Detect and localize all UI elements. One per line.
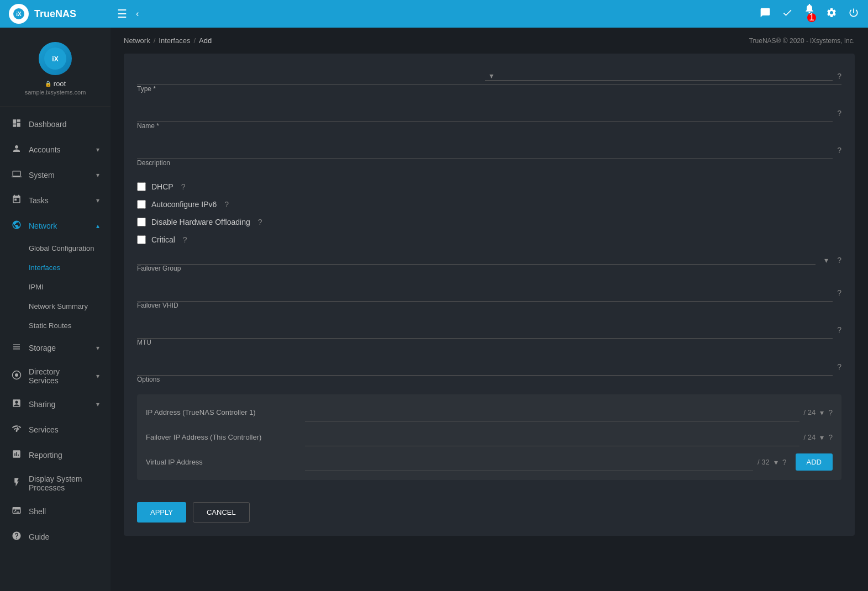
- failover-ip-label: Failover IP Address (This Controller): [146, 433, 301, 441]
- breadcrumb: Network / Interfaces / Add TrueNAS® © 20…: [111, 28, 868, 54]
- back-icon[interactable]: ‹: [136, 9, 139, 19]
- virtual-ip-label: Virtual IP Address: [146, 458, 301, 466]
- logo-area: iX TrueNAS: [9, 4, 108, 24]
- svg-text:iX: iX: [16, 11, 22, 17]
- settings-icon[interactable]: [826, 7, 837, 21]
- name-label: Name *: [137, 122, 841, 130]
- svg-text:iX: iX: [52, 55, 58, 63]
- sidebar-item-ipmi[interactable]: IPMI: [0, 277, 111, 297]
- name-help-icon[interactable]: ?: [837, 109, 841, 118]
- failover-group-help-icon[interactable]: ?: [837, 256, 841, 265]
- breadcrumb-network[interactable]: Network: [124, 36, 150, 45]
- sidebar-item-label: Display System Processes: [29, 474, 99, 492]
- ip-address-row: IP Address (TrueNAS Controller 1) / 24 ▾…: [146, 403, 833, 421]
- sidebar-item-accounts[interactable]: Accounts ▾: [0, 137, 111, 162]
- chevron-down-icon: ▾: [96, 400, 99, 408]
- failover-ip-input[interactable]: [305, 428, 799, 446]
- sidebar-item-reporting[interactable]: Reporting: [0, 442, 111, 468]
- critical-checkbox[interactable]: [137, 235, 146, 244]
- dhcp-help-icon[interactable]: ?: [181, 182, 186, 191]
- dhcp-checkbox[interactable]: [137, 182, 146, 191]
- ip-address-label: IP Address (TrueNAS Controller 1): [146, 408, 301, 416]
- failover-vhid-help-icon[interactable]: ?: [837, 288, 841, 297]
- failover-group-dropdown-icon[interactable]: ▾: [820, 256, 833, 265]
- storage-icon: [11, 342, 22, 354]
- critical-field[interactable]: Critical ?: [137, 231, 841, 249]
- autoconfigure-ipv6-field[interactable]: Autoconfigure IPv6 ?: [137, 196, 841, 213]
- sidebar-item-storage[interactable]: Storage ▾: [0, 335, 111, 361]
- ip-cidr-dropdown-3[interactable]: ▾: [774, 458, 778, 467]
- autoconfigure-ipv6-checkbox[interactable]: [137, 200, 146, 209]
- sidebar-item-display-system-processes[interactable]: Display System Processes: [0, 468, 111, 499]
- virtual-ip-input[interactable]: [305, 453, 753, 471]
- sidebar-item-directory-services[interactable]: Directory Services ▾: [0, 361, 111, 392]
- feedback-icon[interactable]: [760, 7, 771, 21]
- notifications-icon[interactable]: 1: [804, 3, 815, 25]
- autoconfigure-ipv6-help-icon[interactable]: ?: [224, 200, 229, 209]
- avatar: iX: [39, 42, 72, 75]
- description-help-icon[interactable]: ?: [837, 146, 841, 155]
- sidebar-item-interfaces[interactable]: Interfaces: [0, 258, 111, 277]
- user-area: iX 🔒 root sample.ixsystems.com: [0, 33, 111, 107]
- ip-help-icon-1[interactable]: ?: [828, 408, 833, 417]
- mtu-help-icon[interactable]: ?: [837, 325, 841, 334]
- tasks-icon[interactable]: [782, 7, 793, 21]
- type-help-icon[interactable]: ?: [837, 72, 841, 81]
- disable-hw-offloading-help-icon[interactable]: ?: [258, 218, 262, 226]
- sidebar-item-system[interactable]: System ▾: [0, 162, 111, 188]
- breadcrumb-interfaces[interactable]: Interfaces: [159, 36, 190, 45]
- sidebar-item-dashboard[interactable]: Dashboard: [0, 112, 111, 137]
- options-input[interactable]: [137, 357, 833, 376]
- critical-label: Critical: [151, 235, 175, 244]
- dhcp-field[interactable]: DHCP ?: [137, 178, 841, 196]
- failover-group-field: ▾ ? Failover Group: [137, 255, 841, 272]
- power-icon[interactable]: [848, 7, 859, 21]
- cancel-button[interactable]: CANCEL: [193, 502, 250, 523]
- type-select[interactable]: [137, 67, 481, 85]
- ip-cidr-dropdown-1[interactable]: ▾: [820, 408, 824, 417]
- directory-services-icon: [11, 370, 22, 382]
- user-host: sample.ixsystems.com: [0, 89, 111, 96]
- services-icon: [11, 424, 22, 436]
- mtu-input[interactable]: [137, 320, 833, 339]
- disable-hw-offloading-checkbox[interactable]: [137, 218, 146, 226]
- sidebar-item-label: Shell: [29, 507, 99, 516]
- type-field: ▾ ? Type *: [137, 67, 841, 93]
- type-dropdown-icon[interactable]: ▾: [485, 71, 833, 81]
- name-input[interactable]: [137, 104, 833, 122]
- failover-group-select[interactable]: [137, 255, 816, 265]
- sidebar-item-static-routes[interactable]: Static Routes: [0, 316, 111, 335]
- apply-button[interactable]: APPLY: [137, 502, 186, 523]
- sidebar-item-shell[interactable]: Shell: [0, 499, 111, 524]
- sidebar: iX 🔒 root sample.ixsystems.com Dashboard…: [0, 28, 111, 591]
- sidebar-item-network-summary[interactable]: Network Summary: [0, 297, 111, 316]
- ip-help-icon-2[interactable]: ?: [828, 433, 833, 442]
- sidebar-item-tasks[interactable]: Tasks ▾: [0, 188, 111, 213]
- ip-help-icon-3[interactable]: ?: [782, 458, 787, 467]
- failover-vhid-input[interactable]: [137, 283, 833, 302]
- hamburger-icon[interactable]: ☰: [117, 7, 127, 20]
- mtu-field: ? MTU: [137, 320, 841, 346]
- disable-hw-offloading-field[interactable]: Disable Hardware Offloading ?: [137, 213, 841, 231]
- disable-hw-offloading-label: Disable Hardware Offloading: [151, 218, 250, 226]
- add-ip-button[interactable]: ADD: [796, 453, 833, 471]
- options-field: ? Options: [137, 357, 841, 383]
- sidebar-item-guide[interactable]: Guide: [0, 524, 111, 550]
- sidebar-item-sharing[interactable]: Sharing ▾: [0, 392, 111, 417]
- critical-help-icon[interactable]: ?: [183, 235, 187, 244]
- tasks-nav-icon: [11, 194, 22, 207]
- chevron-down-icon: ▾: [96, 146, 99, 154]
- options-help-icon[interactable]: ?: [837, 362, 841, 371]
- shell-icon: [11, 505, 22, 518]
- description-label: Description: [137, 159, 841, 167]
- options-label: Options: [137, 376, 841, 383]
- description-input[interactable]: [137, 141, 833, 159]
- ip-address-input[interactable]: [305, 403, 799, 421]
- sidebar-item-global-configuration[interactable]: Global Configuration: [0, 239, 111, 258]
- ip-cidr-dropdown-2[interactable]: ▾: [820, 433, 824, 442]
- form-card: ▾ ? Type * ? Name * ? Desc: [124, 54, 855, 536]
- sidebar-item-services[interactable]: Services: [0, 417, 111, 442]
- type-input[interactable]: [139, 71, 478, 80]
- sidebar-item-label: Tasks: [29, 196, 90, 205]
- sidebar-item-network[interactable]: Network ▴: [0, 213, 111, 239]
